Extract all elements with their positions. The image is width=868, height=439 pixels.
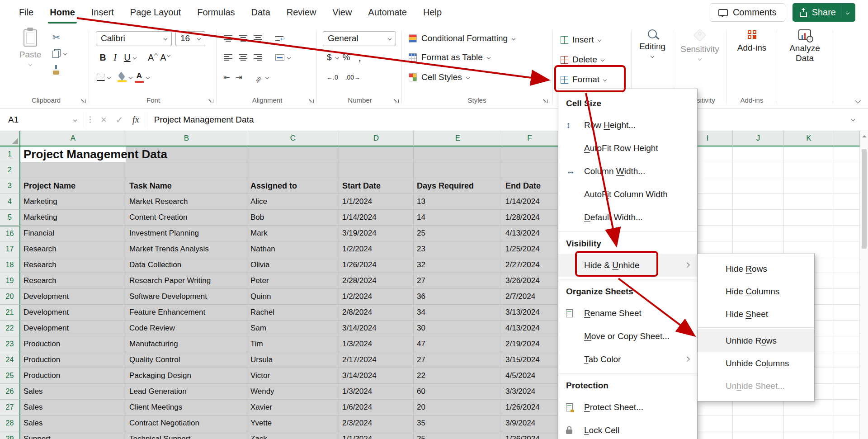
cell-K1[interactable] (784, 146, 834, 162)
cell-F23[interactable]: 2/19/2024 (502, 336, 557, 352)
cell-partial-16[interactable] (834, 226, 860, 241)
wrap-text-icon[interactable] (275, 35, 283, 42)
cell-F2[interactable] (502, 162, 557, 178)
submenu-item-unhide-columns[interactable]: Unhide Columns (698, 352, 814, 375)
cell-F17[interactable]: 1/25/2024 (502, 241, 557, 257)
column-header-D[interactable]: D (339, 131, 414, 146)
cell-F18[interactable]: 2/27/2024 (502, 257, 557, 273)
insert-button[interactable]: Insert (561, 33, 601, 47)
cell-F26[interactable]: 3/3/2024 (502, 384, 557, 400)
cut-button[interactable]: ✂ (52, 32, 66, 42)
fill-color-chevron-icon[interactable] (129, 76, 132, 79)
bold-button[interactable]: B (97, 50, 109, 65)
cell-E27[interactable]: 20 (414, 400, 502, 415)
tab-data[interactable]: Data (243, 0, 278, 25)
cell-partial-4[interactable] (834, 194, 860, 210)
cell-F29[interactable]: 1/26/2024 (502, 431, 557, 439)
column-header-E[interactable]: E (414, 131, 502, 146)
tab-file[interactable]: File (11, 0, 42, 25)
name-box-chevron-icon[interactable] (73, 118, 77, 121)
font-size-combobox[interactable]: 16 (175, 31, 205, 46)
row-header-3[interactable]: 3 (0, 178, 20, 194)
cell-A21[interactable]: Development (20, 305, 126, 321)
cell-A23[interactable]: Production (20, 336, 126, 352)
cell-C5[interactable]: Bob (247, 210, 339, 226)
cell-E17[interactable]: 23 (414, 241, 502, 257)
editing-button[interactable]: Editing (637, 29, 668, 57)
menu-item-move-copy-sheet[interactable]: Move or Copy Sheet... (558, 325, 697, 348)
cell-C19[interactable]: Peter (247, 273, 339, 289)
row-header-26[interactable]: 26 (0, 384, 20, 400)
cell-C20[interactable]: Quinn (247, 289, 339, 305)
cell-B21[interactable]: Feature Enhancement (126, 305, 247, 321)
cell-C29[interactable]: Zack (247, 431, 339, 439)
cell-partial-29[interactable] (834, 431, 860, 439)
increase-decimal-icon[interactable]: ←.0 (326, 74, 338, 81)
column-header-C[interactable]: C (247, 131, 339, 146)
cell-E28[interactable]: 35 (414, 415, 502, 431)
insert-function-button[interactable]: fx (128, 114, 145, 125)
menu-item-rename-sheet[interactable]: Rename Sheet (558, 302, 697, 325)
menu-item-hide-unhide[interactable]: Hide & Unhide (558, 254, 697, 277)
merge-chevron-icon[interactable] (287, 56, 291, 59)
cell-C18[interactable]: Olivia (247, 257, 339, 273)
cell-partial-27[interactable] (834, 400, 860, 415)
cell-K2[interactable] (784, 162, 834, 178)
cell-J3[interactable] (733, 178, 784, 194)
cell-J2[interactable] (733, 162, 784, 178)
cell-B4[interactable]: Market Research (126, 194, 247, 210)
cell-E4[interactable]: 13 (414, 194, 502, 210)
addins-button[interactable]: Add-ins (732, 29, 771, 53)
cell-K29[interactable] (784, 431, 834, 439)
cell-E5[interactable]: 14 (414, 210, 502, 226)
cell-B19[interactable]: Research Paper Writing (126, 273, 247, 289)
analyze-data-button[interactable]: Analyze Data (783, 29, 826, 63)
cell-B3[interactable]: Task Name (126, 178, 247, 194)
cell-E1[interactable] (414, 146, 502, 162)
cell-C21[interactable]: Rachel (247, 305, 339, 321)
cell-D18[interactable]: 1/26/2024 (339, 257, 414, 273)
row-header-23[interactable]: 23 (0, 336, 20, 352)
cell-partial-23[interactable] (834, 336, 860, 352)
column-header-B[interactable]: B (126, 131, 247, 146)
share-chevron-icon[interactable] (846, 10, 849, 14)
cell-partial-17[interactable] (834, 241, 860, 257)
cell-B27[interactable]: Client Meetings (126, 400, 247, 415)
row-header-24[interactable]: 24 (0, 352, 20, 368)
cell-partial-26[interactable] (834, 384, 860, 400)
cell-C2[interactable] (247, 162, 339, 178)
cell-B16[interactable]: Investment Planning (126, 226, 247, 241)
cell-C28[interactable]: Yvette (247, 415, 339, 431)
cell-D17[interactable]: 1/2/2024 (339, 241, 414, 257)
cell-A4[interactable]: Marketing (20, 194, 126, 210)
styles-dialog-launcher-icon[interactable] (543, 98, 548, 103)
percent-style-icon[interactable]: % (343, 52, 350, 62)
orientation-icon[interactable] (255, 74, 263, 81)
cell-C23[interactable]: Tim (247, 336, 339, 352)
tab-page-layout[interactable]: Page Layout (122, 0, 189, 25)
cell-C17[interactable]: Nathan (247, 241, 339, 257)
cell-A28[interactable]: Sales (20, 415, 126, 431)
increase-font-size-button[interactable]: A (148, 52, 157, 63)
menu-item-autofit-column-width[interactable]: AutoFit Column Width (558, 183, 697, 206)
merge-center-icon[interactable] (275, 54, 284, 61)
cell-F25[interactable]: 4/5/2024 (502, 368, 557, 384)
borders-icon[interactable] (97, 74, 105, 81)
column-header-F[interactable]: F (502, 131, 557, 146)
cell-partial-5[interactable] (834, 210, 860, 226)
cell-F4[interactable]: 1/14/2024 (502, 194, 557, 210)
cell-K27[interactable] (784, 400, 834, 415)
align-right-icon[interactable] (254, 54, 262, 61)
italic-button[interactable]: I (109, 50, 121, 65)
row-header-4[interactable]: 4 (0, 194, 20, 210)
cell-F16[interactable]: 4/13/2024 (502, 226, 557, 241)
cell-D3[interactable]: Start Date (339, 178, 414, 194)
menu-item-autofit-row-height[interactable]: AutoFit Row Height (558, 137, 697, 160)
cell-C24[interactable]: Ursula (247, 352, 339, 368)
accounting-chevron-icon[interactable] (335, 56, 339, 59)
align-center-icon[interactable] (239, 54, 247, 61)
menu-item-lock-cell[interactable]: Lock Cell (558, 419, 697, 439)
cell-F3[interactable]: End Date (502, 178, 557, 194)
alignment-dialog-launcher-icon[interactable] (309, 98, 314, 103)
scrollbar-thumb[interactable] (862, 149, 867, 249)
